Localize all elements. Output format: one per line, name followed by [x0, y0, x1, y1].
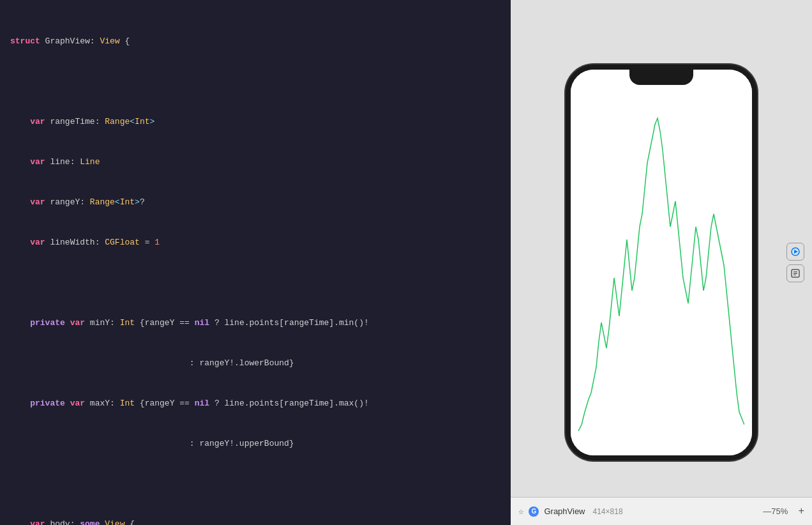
- code-editor[interactable]: struct GraphView: View { var rangeTime: …: [0, 0, 511, 525]
- phone-frame: [566, 65, 757, 460]
- preview-panel: ☆ G GraphView 414×818 —75% +: [511, 0, 812, 525]
- chart-visualization: [578, 99, 744, 450]
- inspect-button[interactable]: [786, 264, 804, 282]
- preview-toolbar: ☆ G GraphView 414×818 —75% +: [511, 497, 812, 525]
- code-content: struct GraphView: View { var rangeTime: …: [0, 8, 511, 525]
- phone-screen: [571, 70, 752, 455]
- preview-title: GraphView: [544, 506, 585, 516]
- preview-zoom: —75%: [763, 506, 788, 516]
- star-icon: ☆: [518, 506, 523, 517]
- preview-size: 414×818: [593, 507, 623, 516]
- play-button[interactable]: [786, 243, 804, 261]
- add-button[interactable]: +: [798, 506, 804, 517]
- phone-notch: [629, 70, 693, 85]
- phone-mockup: [566, 65, 757, 460]
- svg-marker-1: [794, 250, 798, 254]
- graphview-icon: G: [529, 506, 539, 517]
